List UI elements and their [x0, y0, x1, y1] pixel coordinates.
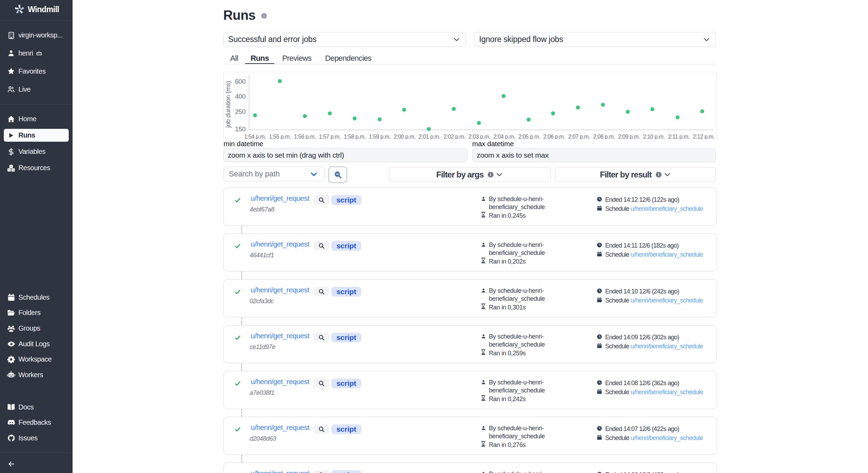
svg-text:600: 600 — [235, 78, 245, 85]
svg-text:400: 400 — [235, 93, 245, 100]
svg-text:2:06 p.m.: 2:06 p.m. — [543, 134, 565, 140]
svg-text:2:03 p.m.: 2:03 p.m. — [468, 134, 490, 140]
svg-text:1:59 p.m.: 1:59 p.m. — [369, 134, 391, 140]
svg-text:1:56 p.m.: 1:56 p.m. — [294, 134, 316, 140]
svg-text:2:07 p.m.: 2:07 p.m. — [568, 134, 590, 140]
svg-text:1:55 p.m.: 1:55 p.m. — [269, 134, 291, 140]
svg-text:2:08 p.m.: 2:08 p.m. — [593, 134, 615, 140]
svg-text:2:00 p.m.: 2:00 p.m. — [394, 134, 416, 140]
svg-text:2:01 p.m.: 2:01 p.m. — [419, 134, 441, 140]
svg-text:2:02 p.m.: 2:02 p.m. — [444, 134, 466, 140]
svg-text:2:12 p.m.: 2:12 p.m. — [693, 134, 715, 140]
svg-text:250: 250 — [235, 108, 245, 115]
svg-text:1:57 p.m.: 1:57 p.m. — [319, 134, 341, 140]
svg-text:2:04 p.m.: 2:04 p.m. — [493, 134, 515, 140]
svg-text:2:09 p.m.: 2:09 p.m. — [618, 134, 640, 140]
svg-text:job duration (ms): job duration (ms) — [224, 81, 232, 128]
svg-text:1:54 p.m.: 1:54 p.m. — [244, 134, 266, 140]
svg-text:1:58 p.m.: 1:58 p.m. — [344, 134, 366, 140]
svg-text:2:10 p.m.: 2:10 p.m. — [643, 134, 665, 140]
svg-text:150: 150 — [235, 125, 245, 133]
svg-text:2:11 p.m.: 2:11 p.m. — [668, 134, 689, 140]
svg-text:2:05 p.m.: 2:05 p.m. — [518, 134, 540, 140]
